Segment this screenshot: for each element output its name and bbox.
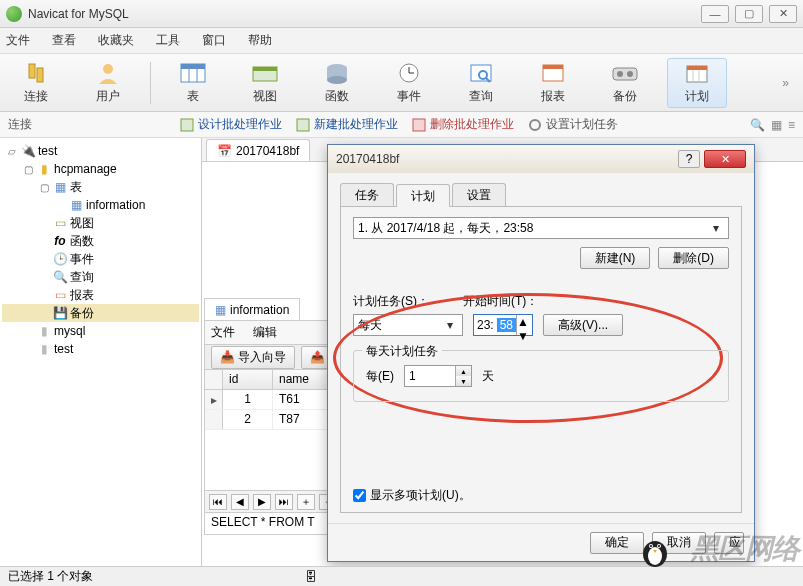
menu-view[interactable]: 查看 — [52, 32, 76, 49]
toolbar-overflow-icon[interactable]: » — [782, 76, 797, 90]
row-current-icon: ▸ — [205, 390, 223, 409]
search-icon[interactable]: 🔍 — [750, 118, 765, 132]
tab-task[interactable]: 任务 — [340, 183, 394, 206]
svg-rect-28 — [297, 119, 309, 131]
tb-view[interactable]: 视图 — [235, 58, 295, 108]
btn-new-batch[interactable]: 新建批处理作业 — [296, 116, 398, 133]
inner-tab-information[interactable]: ▦information — [204, 298, 300, 320]
backup-small-icon: 💾 — [53, 306, 67, 320]
tb-user[interactable]: 用户 — [78, 58, 138, 108]
spin-down-icon[interactable]: ▼ — [456, 376, 471, 386]
tree-tables[interactable]: ▢▦表 — [2, 178, 199, 196]
calendar-icon — [683, 60, 711, 86]
maximize-button[interactable]: ▢ — [735, 5, 763, 23]
col-id[interactable]: id — [223, 370, 273, 389]
label-days: 天 — [482, 368, 494, 385]
menu-file[interactable]: 文件 — [6, 32, 30, 49]
tree-events[interactable]: 🕒事件 — [2, 250, 199, 268]
tree-views[interactable]: ▭视图 — [2, 214, 199, 232]
dialog-titlebar[interactable]: 20170418bf ? ✕ — [328, 145, 754, 173]
btn-new-schedule[interactable]: 新建(N) — [580, 247, 651, 269]
tree-db-mysql[interactable]: ▮mysql — [2, 322, 199, 340]
spin-down-icon[interactable]: ▼ — [517, 329, 532, 343]
report-icon — [539, 60, 567, 86]
tb-event-label: 事件 — [397, 88, 421, 105]
tree-functions[interactable]: fo函数 — [2, 232, 199, 250]
tb-backup[interactable]: 备份 — [595, 58, 655, 108]
svg-rect-0 — [29, 64, 35, 78]
nav-last-icon[interactable]: ⏭ — [275, 494, 293, 510]
svg-point-11 — [327, 76, 347, 84]
tb-function[interactable]: 函数 — [307, 58, 367, 108]
every-days-spinner[interactable]: ▲▼ — [404, 365, 472, 387]
svg-rect-29 — [413, 119, 425, 131]
doc-tab-schedule[interactable]: 📅 20170418bf — [206, 139, 310, 161]
query-icon — [467, 60, 495, 86]
sub-toolbar: 连接 设计批处理作业 新建批处理作业 删除批处理作业 设置计划任务 🔍 ▦ ≡ — [0, 112, 803, 138]
every-days-input[interactable] — [405, 366, 455, 386]
close-button[interactable]: ✕ — [769, 5, 797, 23]
plug-icon — [22, 60, 50, 86]
btn-advanced[interactable]: 高级(V)... — [543, 314, 623, 336]
btn-import-wizard[interactable]: 📥导入向导 — [211, 346, 295, 369]
svg-rect-19 — [543, 65, 563, 69]
btn-apply[interactable]: 应 — [714, 532, 744, 554]
tree-table-information[interactable]: ▦information — [2, 196, 199, 214]
list-view-icon[interactable]: ≡ — [788, 118, 795, 132]
nav-add-icon[interactable]: ＋ — [297, 494, 315, 510]
doc-tab-label: 20170418bf — [236, 144, 299, 158]
label-start-time: 开始时间(T)： — [463, 293, 563, 310]
chevron-down-icon: ▾ — [442, 318, 458, 332]
statusbar: 已选择 1 个对象 🗄 — [0, 566, 803, 586]
spin-up-icon[interactable]: ▲ — [456, 366, 471, 376]
btn-design-batch[interactable]: 设计批处理作业 — [180, 116, 282, 133]
frequency-combo[interactable]: 每天 ▾ — [353, 314, 463, 336]
nav-prev-icon[interactable]: ◀ — [231, 494, 249, 510]
menu-window[interactable]: 窗口 — [202, 32, 226, 49]
tab-schedule[interactable]: 计划 — [396, 184, 450, 207]
tree-backups[interactable]: 💾备份 — [2, 304, 199, 322]
grid-view-icon[interactable]: ▦ — [771, 118, 782, 132]
nav-first-icon[interactable]: ⏮ — [209, 494, 227, 510]
btn-set-schedule[interactable]: 设置计划任务 — [528, 116, 618, 133]
status-db-icon: 🗄 — [305, 570, 317, 584]
chevron-down-icon: ▾ — [708, 221, 724, 235]
label-every: 每(E) — [366, 368, 394, 385]
tree-conn-test[interactable]: ▱🔌test — [2, 142, 199, 160]
btn-delete-batch[interactable]: 删除批处理作业 — [412, 116, 514, 133]
start-time-input[interactable]: 23:58 ▲▼ — [473, 314, 533, 336]
btn-delete-schedule[interactable]: 删除(D) — [658, 247, 729, 269]
tb-view-label: 视图 — [253, 88, 277, 105]
dialog-close-button[interactable]: ✕ — [704, 150, 746, 168]
nav-next-icon[interactable]: ▶ — [253, 494, 271, 510]
tab-settings[interactable]: 设置 — [452, 183, 506, 206]
tb-connect[interactable]: 连接 — [6, 58, 66, 108]
table-tiny-icon: ▦ — [215, 303, 226, 317]
tb-table[interactable]: 表 — [163, 58, 223, 108]
schedule-list-combo[interactable]: 1. 从 2017/4/18 起，每天，23:58 ▾ — [353, 217, 729, 239]
minimize-button[interactable]: — — [701, 5, 729, 23]
chk-show-multi[interactable] — [353, 489, 366, 502]
btn-ok[interactable]: 确定 — [590, 532, 644, 554]
inner-menu-edit[interactable]: 编辑 — [253, 324, 277, 341]
menu-help[interactable]: 帮助 — [248, 32, 272, 49]
tree-reports[interactable]: ▭报表 — [2, 286, 199, 304]
menu-fav[interactable]: 收藏夹 — [98, 32, 134, 49]
tree-queries[interactable]: 🔍查询 — [2, 268, 199, 286]
tree-db-hcpmanage[interactable]: ▢▮hcpmanage — [2, 160, 199, 178]
menu-tools[interactable]: 工具 — [156, 32, 180, 49]
tb-query[interactable]: 查询 — [451, 58, 511, 108]
tb-report[interactable]: 报表 — [523, 58, 583, 108]
table-small-icon: ▦ — [69, 198, 83, 212]
spin-up-icon[interactable]: ▲ — [517, 315, 532, 329]
database-gray-icon: ▮ — [37, 342, 51, 356]
svg-point-21 — [617, 71, 623, 77]
tb-event[interactable]: 事件 — [379, 58, 439, 108]
svg-rect-8 — [253, 67, 277, 71]
inner-menu-file[interactable]: 文件 — [211, 324, 235, 341]
dialog-help-button[interactable]: ? — [678, 150, 700, 168]
tree-db-test[interactable]: ▮test — [2, 340, 199, 358]
design-icon — [180, 118, 194, 132]
tb-report-label: 报表 — [541, 88, 565, 105]
tb-schedule[interactable]: 计划 — [667, 58, 727, 108]
